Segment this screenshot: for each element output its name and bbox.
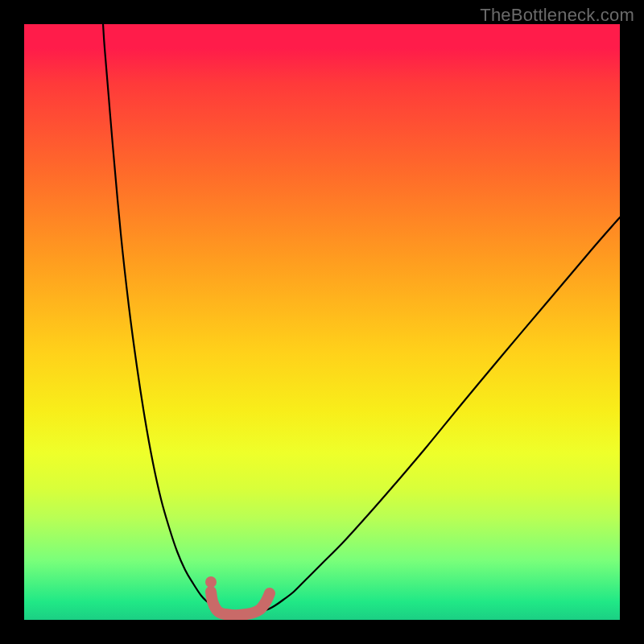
chart-svg <box>24 24 620 620</box>
right-curve-line <box>266 217 620 610</box>
watermark-text: TheBottleneck.com <box>480 5 634 26</box>
marker-u-line <box>211 592 270 615</box>
marker-dot <box>205 576 217 588</box>
left-curve-line <box>103 24 225 610</box>
plot-frame <box>24 24 620 620</box>
